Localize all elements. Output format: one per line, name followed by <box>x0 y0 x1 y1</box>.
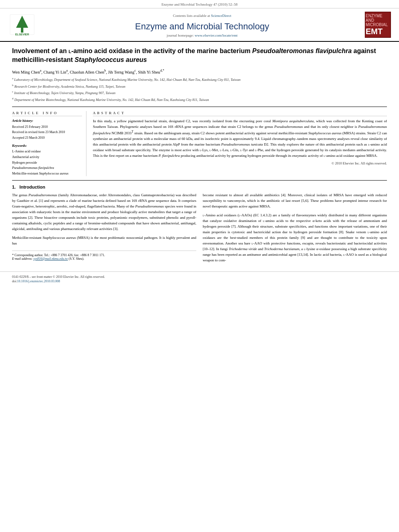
copyright-notice: © 2010 Elsevier Inc. All rights reserved… <box>93 161 387 165</box>
doi-link[interactable]: 10.1016/j.enzmictec.2010.03.008 <box>17 279 60 283</box>
article-info-column: A R T I C L E I N F O Article history: R… <box>12 111 86 177</box>
article-info-heading: A R T I C L E I N F O <box>12 111 82 116</box>
sciencedirect-link[interactable]: ScienceDirect <box>211 14 231 18</box>
contents-text: Contents lists available at <box>173 14 210 18</box>
accepted-date: Accepted 23 March 2010 <box>12 135 82 141</box>
affiliation-c: c Institute of Biotechnology, Tajen Univ… <box>12 90 387 96</box>
corresponding-note: * Corresponding author. Tel.: +886 7 370… <box>12 251 196 261</box>
introduction-section: 1. Introduction The genus Pseudoalteromo… <box>12 180 387 266</box>
intro-para-4: l-Amino acid oxidases (l-AAOs) (EC 1.4.3… <box>203 213 387 263</box>
introduction-title: 1. Introduction <box>12 185 387 189</box>
history-label: Article history: <box>12 119 82 123</box>
doi-label: doi: <box>12 279 17 283</box>
elsevier-logo: ELSEVIER <box>8 12 36 37</box>
affiliation-d: d Department of Marine Biotechnology, Na… <box>12 97 387 103</box>
body-left-col: The genus Pseudoalteromonas (family Alte… <box>12 193 196 266</box>
journal-homepage: journal homepage: www.elsevier.com/locat… <box>39 33 365 37</box>
keywords-list: L-Amino acid oxidase Antibacterial activ… <box>12 149 82 176</box>
journal-header: ELSEVIER Contents lists available at Sci… <box>0 8 399 42</box>
intro-para-1: The genus Pseudoalteromonas (family Alte… <box>12 193 196 232</box>
homepage-label: journal homepage: <box>167 33 194 37</box>
body-right-col: become resistant to almost all available… <box>203 193 387 266</box>
affiliation-b: b Research Center for Biodiversity, Acad… <box>12 83 387 89</box>
intro-para-3: become resistant to almost all available… <box>203 193 387 210</box>
keyword-5: Methicillin-resistant Staphylococcus aur… <box>12 171 82 177</box>
received-date: Received 25 February 2010 <box>12 124 82 130</box>
doi-line: doi:10.1016/j.enzmictec.2010.03.008 <box>12 279 387 283</box>
email-address[interactable]: sys816@mail.nkmu.edu.tw <box>33 257 68 261</box>
affiliation-a: a Laboratory of Microbiology, Department… <box>12 76 387 82</box>
article-dates: Received 25 February 2010 Received in re… <box>12 124 82 141</box>
abstract-text: In this study, a yellow pigmented bacter… <box>93 119 387 159</box>
authors: Wen Ming Chena, Chang Yi Lina, Chaolun A… <box>12 69 387 74</box>
email-label: E-mail address: <box>12 257 33 261</box>
article-body: Involvement of an l-amino acid oxidase i… <box>0 42 399 271</box>
emt-logo: ENZYME AND MICROBIAL EMT <box>365 12 391 38</box>
affiliations: a Laboratory of Microbiology, Department… <box>12 76 387 102</box>
journal-citation: Enzyme and Microbial Technology 47 (2010… <box>0 0 399 8</box>
article-footer: 0141-0229/$ – see front matter © 2010 El… <box>0 271 399 286</box>
article-title: Involvement of an l-amino acid oxidase i… <box>12 47 387 65</box>
page-container: Enzyme and Microbial Technology 47 (2010… <box>0 0 399 532</box>
keyword-3: Hydrogen peroxide <box>12 160 82 166</box>
keywords-label: Keywords: <box>12 144 82 148</box>
issn-line: 0141-0229/$ – see front matter © 2010 El… <box>12 275 387 279</box>
section-title-text: Introduction <box>19 185 45 189</box>
abstract-heading: A B S T R A C T <box>93 111 387 116</box>
section-number: 1. <box>12 185 16 189</box>
citation-text: Enzyme and Microbial Technology 47 (2010… <box>161 2 237 6</box>
revised-date: Received in revised form 23 March 2010 <box>12 129 82 135</box>
journal-header-center: Contents lists available at ScienceDirec… <box>39 12 365 37</box>
homepage-url[interactable]: www.elsevier.com/locate/emt <box>195 33 237 37</box>
body-columns: The genus Pseudoalteromonas (family Alte… <box>12 193 387 266</box>
abstract-column: A B S T R A C T In this study, a yellow … <box>93 111 387 177</box>
corresponding-tel: * Corresponding author. Tel.: +886 7 370… <box>12 253 196 257</box>
keyword-1: L-Amino acid oxidase <box>12 149 82 154</box>
intro-para-2: Methicillin-resistant Staphylococcus aur… <box>12 235 196 246</box>
svg-text:ELSEVIER: ELSEVIER <box>15 33 29 36</box>
emt-abbreviation: EMT <box>366 27 390 36</box>
contents-line: Contents lists available at ScienceDirec… <box>39 12 365 19</box>
info-abstract-row: A R T I C L E I N F O Article history: R… <box>12 107 387 177</box>
email-person: (S.Y. Sheu). <box>69 257 84 261</box>
journal-title: Enzyme and Microbial Technology <box>39 21 365 32</box>
keyword-4: Pseudoalteromonas flavipulchra <box>12 165 82 171</box>
email-line: E-mail address: sys816@mail.nkmu.edu.tw … <box>12 257 196 261</box>
keyword-2: Antibacterial activity <box>12 154 82 160</box>
svg-rect-1 <box>21 28 23 33</box>
